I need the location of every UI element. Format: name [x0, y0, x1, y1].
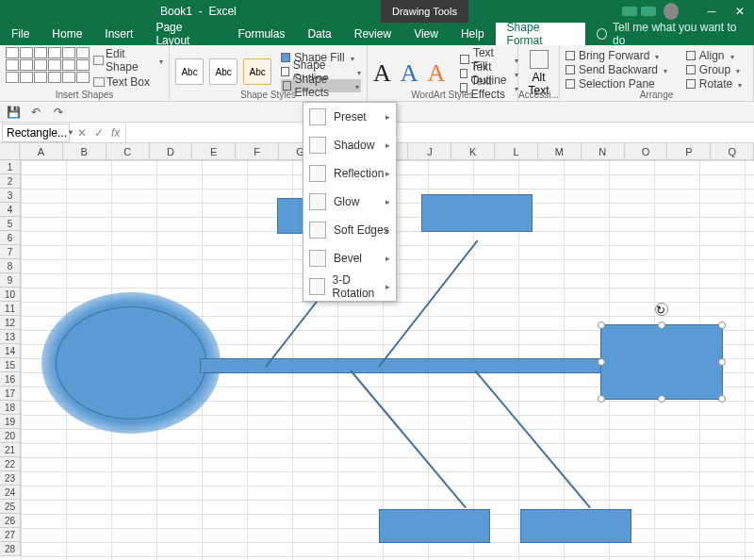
tab-help[interactable]: Help: [450, 23, 496, 45]
row-header[interactable]: 16: [0, 372, 21, 387]
close-button[interactable]: ✕: [726, 0, 754, 23]
row-header[interactable]: 4: [0, 203, 21, 217]
edit-shape-button[interactable]: Edit Shape: [93, 47, 163, 74]
cause-box-shape[interactable]: [520, 509, 631, 543]
effects-3d-rotation[interactable]: 3-D Rotation: [303, 272, 396, 301]
text-box-button[interactable]: Text Box: [93, 75, 163, 89]
row-header[interactable]: 3: [0, 189, 21, 203]
col-header[interactable]: O: [625, 143, 668, 159]
row-header[interactable]: 12: [0, 316, 21, 330]
col-header[interactable]: Q: [711, 143, 754, 159]
bone-line[interactable]: [474, 370, 591, 508]
col-header[interactable]: E: [192, 143, 236, 159]
col-header[interactable]: L: [495, 143, 538, 159]
formula-input[interactable]: [125, 123, 754, 142]
resize-handle[interactable]: [718, 358, 726, 366]
save-button[interactable]: 💾: [6, 105, 21, 120]
row-header[interactable]: 8: [0, 259, 21, 273]
col-header[interactable]: D: [150, 143, 193, 159]
wordart-style-1[interactable]: A: [373, 59, 391, 88]
tab-file[interactable]: File: [0, 23, 41, 45]
tab-formulas[interactable]: Formulas: [226, 23, 296, 45]
row-header[interactable]: 1: [0, 160, 21, 174]
cause-box-shape[interactable]: [379, 509, 490, 543]
row-header[interactable]: 9: [0, 273, 21, 288]
tab-shape-format[interactable]: Shape Format: [496, 23, 585, 45]
enter-formula-icon[interactable]: ✓: [94, 126, 104, 140]
row-header[interactable]: 17: [0, 387, 21, 401]
col-header[interactable]: J: [408, 143, 451, 159]
resize-handle[interactable]: [598, 321, 605, 329]
resize-handle[interactable]: [718, 321, 726, 329]
resize-handle[interactable]: [598, 395, 605, 403]
col-header[interactable]: C: [107, 143, 150, 159]
row-header[interactable]: 11: [0, 302, 21, 316]
row-header[interactable]: 27: [0, 528, 21, 542]
effects-shadow[interactable]: Shadow: [303, 131, 396, 159]
redo-button[interactable]: ↷: [51, 105, 66, 120]
wordart-style-2[interactable]: A: [401, 59, 418, 88]
rotate-button[interactable]: Rotate: [686, 77, 747, 91]
alt-text-icon[interactable]: [530, 50, 549, 69]
resize-handle[interactable]: [658, 321, 665, 329]
tell-me-search[interactable]: Tell me what you want to do: [585, 23, 754, 45]
col-header[interactable]: N: [582, 143, 625, 159]
row-header[interactable]: 19: [0, 415, 21, 429]
col-header[interactable]: F: [236, 143, 279, 159]
select-all-corner[interactable]: [0, 143, 20, 159]
row-header[interactable]: 5: [0, 217, 21, 231]
row-header[interactable]: 28: [0, 542, 21, 556]
fx-icon[interactable]: fx: [111, 126, 120, 140]
row-header[interactable]: 15: [0, 358, 21, 372]
row-header[interactable]: 21: [0, 443, 21, 457]
wordart-style-3[interactable]: A: [428, 59, 446, 88]
shapes-gallery[interactable]: [6, 47, 90, 89]
cause-box-shape[interactable]: [421, 194, 533, 232]
bone-line[interactable]: [350, 370, 467, 508]
resize-handle[interactable]: [598, 358, 605, 366]
row-header[interactable]: 10: [0, 288, 21, 302]
avatar-icon[interactable]: [664, 3, 679, 20]
resize-handle[interactable]: [658, 395, 665, 403]
tab-view[interactable]: View: [402, 23, 450, 45]
col-header[interactable]: K: [451, 143, 495, 159]
row-header[interactable]: 6: [0, 231, 21, 245]
tab-home[interactable]: Home: [41, 23, 93, 45]
effects-bevel[interactable]: Bevel: [303, 244, 396, 272]
bring-forward-button[interactable]: Bring Forward: [566, 49, 673, 62]
col-header[interactable]: P: [667, 143, 711, 159]
effects-glow[interactable]: Glow: [303, 188, 396, 216]
undo-button[interactable]: ↶: [28, 105, 43, 120]
effects-reflection[interactable]: Reflection: [303, 159, 396, 188]
effects-soft-edges[interactable]: Soft Edges: [303, 216, 396, 244]
tab-review[interactable]: Review: [343, 23, 402, 45]
col-header[interactable]: B: [63, 143, 107, 159]
shape-style-1[interactable]: Abc: [175, 58, 204, 85]
selected-rectangle-shape[interactable]: ↻: [600, 324, 723, 400]
shape-style-2[interactable]: Abc: [209, 58, 238, 85]
rotate-handle-icon[interactable]: ↻: [655, 303, 668, 316]
row-header[interactable]: 20: [0, 429, 21, 443]
selection-pane-button[interactable]: Selection Pane: [566, 77, 673, 91]
effects-preset[interactable]: Preset: [303, 103, 396, 131]
group-button[interactable]: Group: [686, 63, 747, 76]
row-header[interactable]: 23: [0, 471, 21, 486]
tab-data[interactable]: Data: [296, 23, 342, 45]
row-header[interactable]: 2: [0, 174, 21, 189]
resize-handle[interactable]: [718, 395, 726, 403]
row-header[interactable]: 24: [0, 486, 21, 500]
head-ellipse-shape[interactable]: [56, 306, 206, 420]
row-header[interactable]: 14: [0, 344, 21, 358]
name-box[interactable]: Rectangle...▼: [2, 124, 70, 142]
row-header[interactable]: 22: [0, 457, 21, 471]
shape-style-3[interactable]: Abc: [243, 58, 271, 85]
send-backward-button[interactable]: Send Backward: [566, 63, 673, 76]
cancel-formula-icon[interactable]: ✕: [77, 126, 87, 140]
row-header[interactable]: 13: [0, 330, 21, 344]
tab-page-layout[interactable]: Page Layout: [144, 23, 226, 45]
row-header[interactable]: 7: [0, 245, 21, 259]
row-header[interactable]: 18: [0, 401, 21, 415]
tab-insert[interactable]: Insert: [93, 23, 144, 45]
row-header[interactable]: 25: [0, 500, 21, 514]
col-header[interactable]: A: [20, 143, 63, 159]
